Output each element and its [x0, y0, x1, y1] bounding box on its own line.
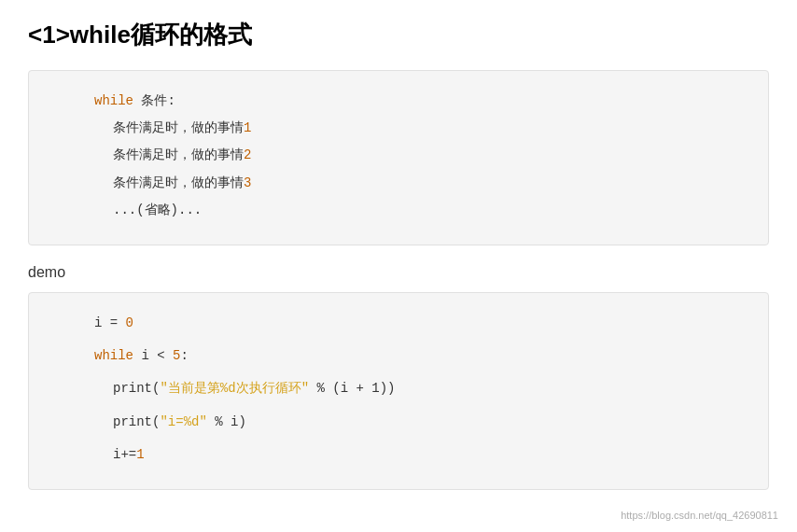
code-line-ellipsis: ...(省略)... — [57, 199, 740, 222]
code-line-while: while 条件: — [57, 90, 740, 113]
code-line-print2: print("i=%d" % i) — [57, 411, 740, 434]
code-block-demo: i = 0 while i < 5: print("当前是第%d次执行循环" %… — [28, 292, 769, 490]
code-line-print1: print("当前是第%d次执行循环" % (i + 1)) — [57, 377, 740, 400]
code-line-action2: 条件满足时，做的事情2 — [57, 144, 740, 167]
code-line-increment: i+=1 — [57, 443, 740, 467]
condition-text: 条件: — [133, 93, 175, 108]
code-line-init: i = 0 — [57, 312, 740, 335]
code-line-while-demo: while i < 5: — [57, 344, 740, 368]
code-line-action3: 条件满足时，做的事情3 — [57, 172, 740, 195]
watermark: https://blog.csdn.net/qq_42690811 — [621, 510, 778, 521]
code-line-action1: 条件满足时，做的事情1 — [57, 117, 740, 140]
keyword-while: while — [94, 93, 133, 108]
code-block-format: while 条件: 条件满足时，做的事情1 条件满足时，做的事情2 条件满足时，… — [28, 70, 769, 245]
demo-label: demo — [28, 264, 769, 281]
page-title: <1>while循环的格式 — [28, 19, 769, 51]
keyword-while-demo: while — [94, 348, 133, 363]
